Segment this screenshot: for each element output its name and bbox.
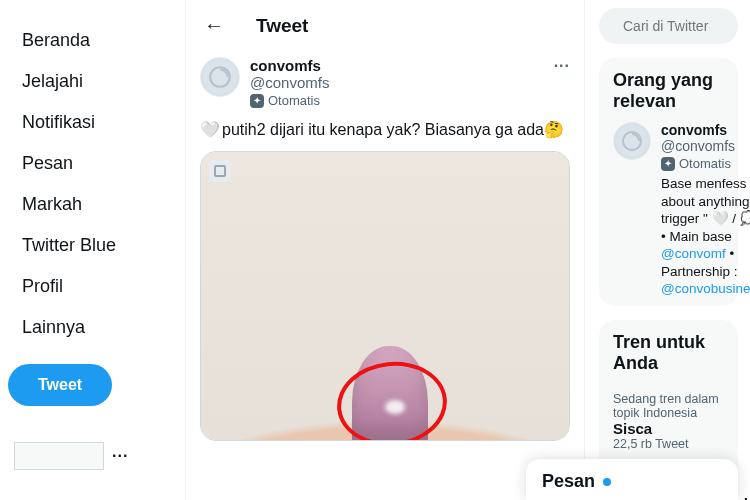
bio-link-convomf[interactable]: @convomf	[661, 246, 726, 261]
right-sidebar: Orang yang relevan convomfs @convomfs ✦ …	[585, 0, 750, 500]
account-menu-ellipsis-icon[interactable]: ···	[112, 447, 128, 465]
robot-icon: ✦	[661, 157, 675, 171]
relevant-bio: Base menfess about anything trigger " 🤍 …	[661, 175, 750, 298]
nav-explore[interactable]: Jelajahi	[8, 61, 97, 102]
page-title: Tweet	[256, 15, 308, 37]
nav-more[interactable]: Lainnya	[8, 307, 99, 348]
account-switcher[interactable]: ···	[8, 436, 177, 476]
tweet-text-content: putih2 dijari itu kenapa yak? Biasanya g…	[222, 121, 544, 138]
author-avatar[interactable]	[200, 57, 240, 97]
media-multi-icon	[209, 160, 231, 182]
trend-name: Sisca	[613, 420, 724, 437]
relevant-automated-text: Otomatis	[679, 156, 731, 171]
trend-count: 22,5 rb Tweet	[613, 437, 724, 451]
nav-notifications[interactable]: Notifikasi	[8, 102, 109, 143]
messages-drawer[interactable]: Pesan	[526, 459, 738, 500]
bio-line-1: Base menfess about anything	[661, 176, 750, 209]
avatar-spiral-icon	[620, 129, 644, 153]
automated-label-text: Otomatis	[268, 93, 320, 108]
relevant-handle[interactable]: @convomfs	[661, 138, 750, 154]
compose-tweet-button[interactable]: Tweet	[8, 364, 112, 406]
bio-link-convobusiness[interactable]: @convobusiness	[661, 281, 750, 296]
robot-icon: ✦	[250, 94, 264, 108]
back-arrow-icon[interactable]: ←	[200, 10, 228, 41]
relevant-avatar[interactable]	[613, 122, 651, 160]
relevant-people-panel: Orang yang relevan convomfs @convomfs ✦ …	[599, 58, 738, 306]
white-heart-icon: 🤍	[200, 121, 220, 138]
search-box[interactable]	[599, 8, 738, 44]
account-avatar-placeholder	[14, 442, 104, 470]
main-column: ← Tweet convomfs @convomfs ✦ Otomatis ··…	[185, 0, 585, 500]
relevant-display-name[interactable]: convomfs	[661, 122, 750, 138]
unread-dot-icon	[603, 478, 611, 486]
relevant-automated-label: ✦ Otomatis	[661, 156, 750, 171]
author-display-name[interactable]: convomfs	[250, 57, 329, 74]
tweet-media[interactable]	[200, 151, 570, 441]
bio-line-2: trigger " 🤍 / 💭 " • Main base	[661, 211, 750, 244]
nav-home[interactable]: Beranda	[8, 20, 104, 61]
tweet-more-icon[interactable]: ···	[554, 57, 570, 75]
nav-twitter-blue[interactable]: Twitter Blue	[8, 225, 130, 266]
author-handle[interactable]: @convomfs	[250, 74, 329, 91]
nav-messages[interactable]: Pesan	[8, 143, 87, 184]
messages-drawer-label: Pesan	[542, 471, 595, 492]
left-sidebar: Beranda Jelajahi Notifikasi Pesan Markah…	[0, 0, 185, 500]
nav-bookmarks[interactable]: Markah	[8, 184, 96, 225]
thinking-emoji-icon: 🤔	[544, 121, 564, 138]
search-input[interactable]	[623, 18, 750, 34]
relevant-title: Orang yang relevan	[613, 70, 724, 112]
trends-title: Tren untuk Anda	[613, 332, 724, 374]
nav-profile[interactable]: Profil	[8, 266, 77, 307]
automated-label: ✦ Otomatis	[250, 93, 329, 108]
trend-context: Sedang tren dalam topik Indonesia	[613, 392, 724, 420]
avatar-spiral-icon	[207, 64, 233, 90]
tweet-detail: convomfs @convomfs ✦ Otomatis ··· 🤍putih…	[186, 51, 584, 455]
trend-item[interactable]: Sedang tren dalam topik Indonesia Sisca …	[613, 384, 724, 459]
tweet-text: 🤍putih2 dijari itu kenapa yak? Biasanya …	[200, 120, 570, 141]
tweet-detail-header: ← Tweet	[186, 0, 584, 51]
